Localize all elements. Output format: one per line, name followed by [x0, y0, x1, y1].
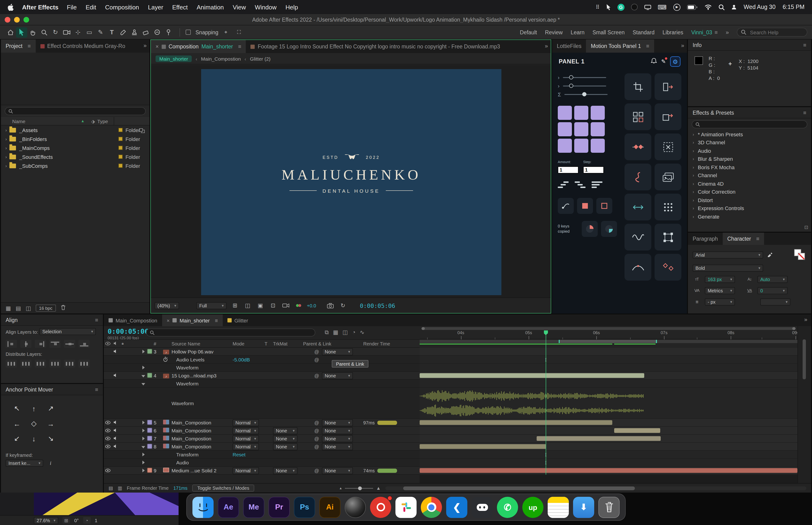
expander-arrow[interactable]: [141, 444, 145, 449]
blend-mode-dropdown[interactable]: Normal: [233, 467, 259, 474]
effects-category--animation-presets[interactable]: ›* Animation Presets: [688, 130, 811, 138]
timeline-layer-row[interactable]: 3♪Hollow Pop 06.wav@None: [104, 348, 419, 356]
effects-category-generate[interactable]: ›Generate: [688, 212, 811, 221]
audio-speaker-toggle[interactable]: [113, 349, 117, 355]
close-tab-icon[interactable]: ×: [167, 317, 170, 323]
expander-icon[interactable]: ›: [3, 127, 10, 132]
timeline-lane-row[interactable]: I: [419, 451, 797, 459]
keyboard-icon[interactable]: ⌨: [658, 3, 667, 11]
menu-window[interactable]: Window: [255, 3, 277, 11]
dock-sphere-app-icon[interactable]: [345, 497, 366, 518]
expander-arrow[interactable]: [142, 428, 144, 433]
layer-name[interactable]: Main_Compostion: [171, 428, 233, 433]
breadcrumb-main-shorter[interactable]: Main_shorter: [155, 55, 192, 62]
motion-tool-curve-smooth-button[interactable]: [625, 254, 651, 281]
audio-speaker-toggle[interactable]: [113, 420, 117, 425]
anchor-move-up-right-button[interactable]: ↗: [43, 402, 58, 415]
dock-photoshop-icon[interactable]: Ps: [294, 497, 315, 518]
roto-brush-tool[interactable]: [151, 27, 163, 38]
snapping-checkbox[interactable]: [186, 30, 191, 35]
font-size-dropdown[interactable]: 163 px: [705, 276, 735, 283]
channels-icon[interactable]: [294, 302, 303, 309]
timeline-lane-row[interactable]: [419, 388, 797, 419]
project-columns-header[interactable]: Name ▲ ⬗ Type: [1, 117, 150, 125]
motion-tool-pie-pink-button[interactable]: [582, 221, 598, 237]
audio-speaker-toggle[interactable]: [113, 444, 117, 449]
effects-category-channel[interactable]: ›Channel: [688, 171, 811, 180]
composition-canvas[interactable]: ESTD 2022 MALIUCHENKO DENTAL HOUSE: [201, 69, 501, 295]
preview-channel-icon[interactable]: ◔: [83, 517, 90, 524]
layer-duration-bar[interactable]: [419, 444, 546, 449]
pick-whip-icon[interactable]: @: [315, 373, 322, 378]
tab-composition[interactable]: × Composition Main_shorter: [151, 40, 246, 53]
workspace-libraries[interactable]: Libraries: [662, 29, 683, 35]
layer-color-chip[interactable]: [147, 467, 154, 474]
timeline-lane-row[interactable]: [419, 467, 797, 475]
blend-mode-dropdown[interactable]: Normal: [233, 419, 259, 426]
tab-lottiefiles[interactable]: LottieFiles: [552, 40, 586, 52]
expander-arrow[interactable]: [142, 420, 144, 425]
effects-category-distort[interactable]: ›Distort: [688, 196, 811, 204]
orbit-tool[interactable]: ↻: [50, 27, 61, 38]
layer-name[interactable]: Medium ...ue Solid 2: [171, 468, 233, 473]
puppet-pin-tool[interactable]: [163, 27, 174, 38]
menu-edit[interactable]: Edit: [86, 3, 96, 11]
layer-name[interactable]: Waveform: [171, 400, 233, 406]
track-matte-dropdown[interactable]: None: [273, 427, 297, 434]
timeline-property-row[interactable]: Waveform: [104, 364, 419, 372]
align-left-button[interactable]: [6, 340, 17, 348]
layer-name[interactable]: Waveform: [171, 381, 233, 386]
column-type[interactable]: Type: [97, 118, 108, 124]
edit-pen-icon[interactable]: ✎: [661, 58, 666, 65]
timeline-layer-row[interactable]: 8Main_CompostionNormalNone@None: [104, 443, 419, 451]
expander-icon[interactable]: ›: [693, 132, 694, 137]
visibility-eye-toggle[interactable]: [105, 468, 110, 473]
expander-icon[interactable]: ›: [693, 140, 694, 145]
reset-link[interactable]: Reset: [233, 452, 246, 457]
audio-speaker-toggle[interactable]: [113, 428, 117, 433]
timeline-property-row[interactable]: Audio Levels-5.00dB@: [104, 356, 419, 364]
timeline-lane-row[interactable]: [419, 427, 797, 435]
pick-whip-icon[interactable]: @: [315, 436, 322, 441]
tab-motion-tools[interactable]: Motion Tools Panel 1: [586, 40, 654, 52]
panel-overflow-icon[interactable]: »: [804, 314, 811, 326]
tab-paragraph[interactable]: Paragraph: [688, 232, 722, 245]
blend-mode-dropdown[interactable]: Normal: [233, 443, 259, 450]
panel-overflow-icon[interactable]: »: [544, 40, 551, 53]
breadcrumb-glitter-2-[interactable]: Glitter (2): [250, 56, 271, 61]
align-bottom-button[interactable]: [78, 340, 90, 348]
clone-stamp-tool[interactable]: [129, 27, 140, 38]
anchor-move-down-right-button[interactable]: ↘: [43, 432, 58, 445]
pick-whip-icon[interactable]: @: [315, 468, 322, 473]
help-search-box[interactable]: [737, 28, 807, 37]
layer-duration-bar[interactable]: [419, 373, 644, 378]
timeline-lane-row[interactable]: I: [419, 356, 797, 364]
tracking-dropdown[interactable]: 0: [757, 287, 787, 294]
workspace-learn[interactable]: Learn: [571, 29, 585, 35]
timeline-property-row[interactable]: Waveform: [104, 380, 419, 388]
magnification-dropdown[interactable]: (40%): [155, 302, 179, 309]
expander-icon[interactable]: ›: [3, 163, 10, 168]
new-composition-icon[interactable]: ◫: [26, 305, 31, 311]
expander-arrow[interactable]: [142, 468, 144, 473]
timeline-layer-row[interactable]: 6Main_CompostionNormalNone@None: [104, 427, 419, 435]
layer-name[interactable]: Audio: [171, 460, 233, 465]
eyedropper-icon[interactable]: [767, 251, 772, 259]
layer-duration-bar[interactable]: [419, 468, 797, 473]
motion-slider-3[interactable]: Σ: [558, 90, 619, 99]
anchor-move-right-button[interactable]: →: [43, 417, 58, 430]
snapshot-camera-icon[interactable]: [326, 302, 335, 309]
menu-layer[interactable]: Layer: [148, 3, 163, 11]
app-grid-icon[interactable]: ⠿: [596, 3, 599, 11]
composition-viewer[interactable]: ESTD 2022 MALIUCHENKO DENTAL HOUSE: [151, 65, 551, 298]
panel-menu-icon[interactable]: [93, 317, 98, 322]
timeline-lane-row[interactable]: [419, 435, 797, 443]
menubar-date[interactable]: Wed Aug 30: [744, 4, 776, 10]
anchor-move-left-button[interactable]: ←: [10, 417, 25, 430]
dock-stickies-icon[interactable]: [548, 497, 569, 518]
project-item-row[interactable]: › _SubComps Folder: [1, 161, 150, 170]
panel-grip-icon[interactable]: ⊡: [804, 225, 808, 230]
blend-mode-dropdown[interactable]: Normal: [233, 435, 259, 442]
expander-icon[interactable]: ›: [693, 214, 694, 219]
expander-icon[interactable]: ›: [693, 173, 694, 178]
